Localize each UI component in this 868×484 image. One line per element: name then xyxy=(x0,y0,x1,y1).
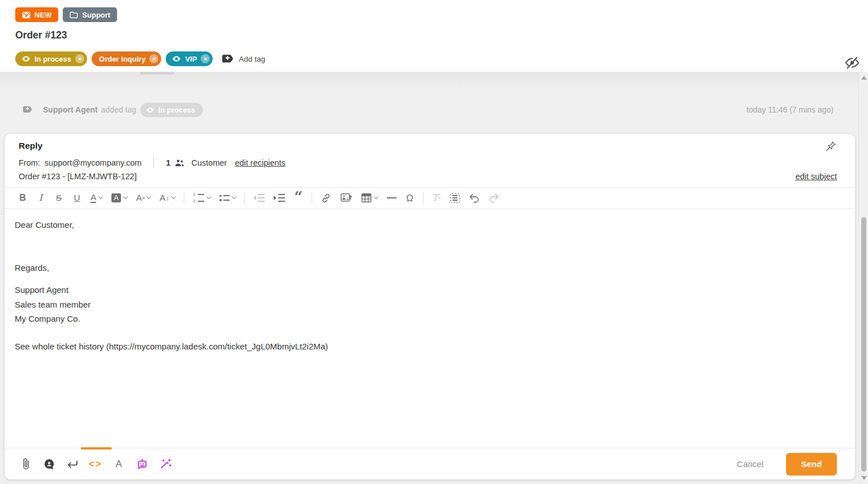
scroll-up-arrow-icon[interactable] xyxy=(861,76,867,80)
remove-tag-icon[interactable]: × xyxy=(201,54,210,63)
status-badge-new[interactable]: NEW xyxy=(15,7,58,22)
undo-button[interactable] xyxy=(467,190,482,206)
edit-recipients-link[interactable]: edit recipients xyxy=(235,158,285,167)
signature-role: Sales team member xyxy=(15,297,845,312)
blockquote-button[interactable]: “ xyxy=(292,190,305,206)
insert-table-button[interactable] xyxy=(359,190,380,206)
horizontal-line-icon xyxy=(387,197,396,198)
department-badge[interactable]: Support xyxy=(63,7,117,22)
plain-text-button[interactable]: A xyxy=(112,456,126,472)
indent-icon xyxy=(274,194,285,202)
remove-tag-icon[interactable]: × xyxy=(149,54,158,63)
insert-link-button[interactable] xyxy=(318,190,334,206)
redo-icon xyxy=(489,193,499,203)
event-tag-pill: In process xyxy=(140,103,203,117)
pin-reply-button[interactable] xyxy=(824,140,837,153)
tag-in-process[interactable]: In process × xyxy=(15,51,87,66)
eye-icon xyxy=(21,55,31,62)
font-size-icon: A xyxy=(159,193,165,202)
chevron-down-icon xyxy=(373,195,378,199)
omega-icon: Ω xyxy=(406,193,413,203)
recipient-count: 1 xyxy=(166,158,170,167)
chat-bubble-person-icon xyxy=(43,458,55,470)
tag-label: VIP xyxy=(185,55,197,63)
bullet-list-button[interactable] xyxy=(217,190,238,206)
insert-image-button[interactable] xyxy=(338,190,355,206)
paperclip-icon xyxy=(21,458,31,470)
redo-button[interactable] xyxy=(486,190,502,206)
department-badge-label: Support xyxy=(82,11,110,19)
chevron-down-icon xyxy=(98,195,103,199)
highlight-color-button[interactable]: A xyxy=(109,190,129,206)
outdent-button[interactable] xyxy=(251,190,267,206)
italic-icon: I xyxy=(39,193,42,202)
strikethrough-button[interactable]: S xyxy=(52,190,66,206)
divider xyxy=(184,192,184,204)
reply-body-editor[interactable]: Dear Customer, Regards, Support Agent Sa… xyxy=(5,209,855,352)
cancel-button[interactable]: Cancel xyxy=(737,459,763,469)
link-icon xyxy=(321,193,331,204)
italic-button[interactable]: I xyxy=(34,190,47,206)
from-row: From: support@mycompany.com 1 Customer e… xyxy=(19,157,841,168)
font-color-button[interactable]: A xyxy=(88,190,105,206)
code-icon: <> xyxy=(89,459,102,470)
scroll-down-arrow-icon[interactable] xyxy=(861,476,867,480)
tag-label: Order inquiry xyxy=(99,55,145,63)
event-actor: Support Agent xyxy=(43,105,98,114)
font-color-icon: A xyxy=(90,193,96,204)
edit-subject-link[interactable]: edit subject xyxy=(796,172,837,181)
font-family-button[interactable]: A≡ xyxy=(134,190,153,206)
reply-card: Reply From: support@mycompany.com 1 Cust… xyxy=(5,134,855,479)
table-icon xyxy=(361,193,372,202)
insert-reply-button[interactable] xyxy=(66,456,79,472)
folder-icon xyxy=(70,11,78,19)
tag-label: In process xyxy=(34,55,71,63)
signature-name: Support Agent xyxy=(15,283,845,297)
font-size-button[interactable]: A↕ xyxy=(157,190,178,206)
quick-responses-button[interactable] xyxy=(42,456,56,472)
formatting-toolbar: B I S U A A A≡ A↕ 1 2 “ xyxy=(5,187,855,209)
tag-added-icon xyxy=(23,105,32,115)
body-blank-lines xyxy=(15,231,845,262)
reply-footer-toolbar: <> A Cancel Send xyxy=(5,448,855,479)
bold-button[interactable]: B xyxy=(16,190,29,206)
undo-icon xyxy=(469,193,480,203)
add-tag-button[interactable]: Add tag xyxy=(222,54,265,64)
font-family-lines: ≡ xyxy=(142,195,144,201)
font-icon: A xyxy=(115,459,122,469)
status-badge-label: NEW xyxy=(34,11,51,19)
subject-row: Order #123 - [LMZ-MJWTB-122] edit subjec… xyxy=(19,172,841,181)
send-button[interactable]: Send xyxy=(786,453,837,476)
reply-card-header: Reply From: support@mycompany.com 1 Cust… xyxy=(5,134,855,187)
html-source-button[interactable]: <> xyxy=(89,456,102,472)
body-regards: Regards, xyxy=(15,262,845,274)
from-email: support@mycompany.com xyxy=(45,158,142,167)
outdent-icon xyxy=(253,194,265,202)
attach-file-button[interactable] xyxy=(19,456,33,472)
ordered-list-button[interactable]: 1 2 xyxy=(191,190,213,206)
ai-chatbot-button[interactable] xyxy=(135,456,149,472)
tag-order-inquiry[interactable]: Order inquiry × xyxy=(92,51,161,66)
reply-title: Reply xyxy=(19,141,841,151)
clear-formatting-button[interactable]: T× xyxy=(430,190,443,206)
tag-plus-icon xyxy=(222,54,234,64)
ai-improve-text-button[interactable] xyxy=(158,456,172,472)
eye-icon xyxy=(172,55,181,62)
hide-visibility-button[interactable] xyxy=(844,55,860,71)
scrollbar-thumb[interactable] xyxy=(861,217,866,472)
horizontal-line-button[interactable] xyxy=(385,190,399,206)
remove-tag-icon[interactable]: × xyxy=(75,54,84,63)
special-character-button[interactable]: Ω xyxy=(403,190,417,206)
add-tag-label: Add tag xyxy=(239,55,265,63)
image-upload-icon xyxy=(340,193,352,203)
vertical-scrollbar[interactable] xyxy=(858,72,868,484)
font-family-icon: A xyxy=(136,193,142,202)
divider xyxy=(153,157,154,168)
select-all-button[interactable] xyxy=(448,190,462,206)
tag-vip[interactable]: VIP × xyxy=(166,51,213,66)
indent-button[interactable] xyxy=(271,190,287,206)
font-size-arrow: ↕ xyxy=(166,195,170,201)
divider xyxy=(244,192,245,204)
underline-button[interactable]: U xyxy=(70,190,84,206)
ticket-header: NEW Support Order #123 In process × Orde… xyxy=(0,0,868,72)
